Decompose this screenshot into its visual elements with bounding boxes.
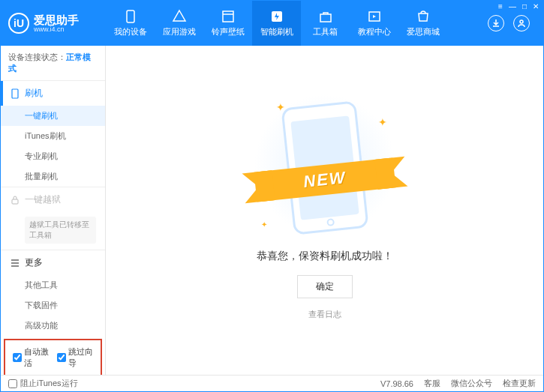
header-actions (488, 15, 536, 31)
sidebar-section-more: 更多 其他工具 下载固件 高级功能 (1, 250, 105, 336)
sidebar-item-pro[interactable]: 专业刷机 (1, 146, 105, 166)
main-nav: 我的设备应用游戏铃声壁纸智能刷机工具箱教程中心爱思商城 (106, 1, 488, 46)
svg-rect-3 (320, 14, 331, 22)
logo-icon: iU (8, 13, 29, 34)
device-status: 设备连接状态：正常模式 (1, 46, 105, 81)
close-icon[interactable]: ✕ (533, 2, 539, 10)
store-icon (416, 9, 431, 24)
sidebar-item-itunes[interactable]: iTunes刷机 (1, 126, 105, 146)
main-content: ✦ ✦ ✦ NEW 恭喜您，保资料刷机成功啦！ 确定 查看日志 (106, 46, 543, 375)
app-url: www.i4.cn (34, 25, 79, 33)
success-illustration: ✦ ✦ ✦ NEW (269, 101, 381, 236)
sparkle-icon: ✦ (378, 116, 387, 128)
svg-rect-1 (223, 11, 233, 22)
sidebar: 设备连接状态：正常模式 刷机 一键刷机 iTunes刷机 专业刷机 批量刷机 一… (1, 46, 106, 375)
download-icon[interactable] (488, 15, 504, 31)
sidebar-item-oneclick[interactable]: 一键刷机 (1, 106, 105, 126)
nav-label: 工具箱 (313, 26, 338, 37)
sidebar-head-jailbreak: 一键越狱 (1, 187, 105, 212)
sidebar-head-more[interactable]: 更多 (1, 250, 105, 275)
sparkle-icon: ✦ (261, 220, 267, 229)
checkbox-input[interactable] (13, 353, 22, 362)
nav-label: 爱思商城 (407, 26, 440, 37)
support-link[interactable]: 客服 (424, 378, 440, 389)
apps-icon (172, 9, 187, 24)
nav-tutorial[interactable]: 教程中心 (350, 1, 398, 46)
nav-apps[interactable]: 应用游戏 (155, 1, 203, 46)
ok-button[interactable]: 确定 (297, 275, 353, 298)
sidebar-section-jailbreak: 一键越狱 越狱工具已转移至工具箱 (1, 187, 105, 250)
window-controls: ≡ — □ ✕ (498, 2, 539, 10)
minimize-icon[interactable]: — (509, 2, 516, 10)
checkbox-input[interactable] (8, 379, 17, 388)
nav-flash[interactable]: 智能刷机 (252, 1, 301, 46)
app-name: 爱思助手 (34, 14, 79, 25)
sidebar-head-label: 更多 (25, 256, 43, 269)
checkbox-input[interactable] (57, 353, 66, 362)
sidebar-item-batch[interactable]: 批量刷机 (1, 166, 105, 187)
sidebar-item-download[interactable]: 下载固件 (1, 295, 105, 316)
svg-rect-0 (127, 10, 134, 22)
block-itunes-checkbox[interactable]: 阻止iTunes运行 (8, 378, 78, 389)
checkbox-auto-activate[interactable]: 自动激活 (13, 346, 50, 369)
wechat-link[interactable]: 微信公众号 (451, 378, 492, 389)
svg-rect-7 (12, 199, 18, 204)
sidebar-section-flash: 刷机 一键刷机 iTunes刷机 专业刷机 批量刷机 (1, 81, 105, 187)
sidebar-item-other[interactable]: 其他工具 (1, 275, 105, 295)
wallpaper-icon (221, 9, 236, 24)
phone-icon (10, 88, 20, 99)
lock-icon (10, 196, 20, 205)
flash-icon (269, 9, 284, 24)
toolbox-icon (318, 9, 333, 24)
nav-phone[interactable]: 我的设备 (106, 1, 155, 46)
nav-wallpaper[interactable]: 铃声壁纸 (203, 1, 252, 46)
svg-point-5 (520, 20, 523, 23)
sidebar-head-flash[interactable]: 刷机 (1, 81, 105, 106)
jailbreak-note: 越狱工具已转移至工具箱 (25, 217, 96, 244)
checkbox-label: 阻止iTunes运行 (20, 378, 78, 389)
ribbon-text: NEW (302, 168, 347, 192)
status-label: 设备连接状态： (8, 52, 66, 61)
menu-icon[interactable]: ≡ (498, 2, 503, 10)
nav-label: 我的设备 (114, 26, 147, 37)
nav-toolbox[interactable]: 工具箱 (301, 1, 350, 46)
sidebar-head-label: 刷机 (25, 87, 43, 100)
header: iU 爱思助手 www.i4.cn 我的设备应用游戏铃声壁纸智能刷机工具箱教程中… (1, 1, 543, 46)
phone-icon (123, 9, 138, 24)
checkbox-label: 跳过向导 (68, 346, 94, 369)
logo[interactable]: iU 爱思助手 www.i4.cn (8, 13, 106, 34)
maximize-icon[interactable]: □ (522, 2, 527, 10)
view-log-link[interactable]: 查看日志 (308, 309, 341, 320)
list-icon (10, 259, 20, 267)
nav-label: 智能刷机 (260, 26, 293, 37)
version-label: V7.98.66 (380, 379, 413, 388)
checkbox-skip-guide[interactable]: 跳过向导 (57, 346, 94, 369)
sidebar-item-advanced[interactable]: 高级功能 (1, 316, 105, 336)
checkbox-label: 自动激活 (24, 346, 50, 369)
nav-store[interactable]: 爱思商城 (398, 1, 447, 46)
nav-label: 教程中心 (358, 26, 391, 37)
user-icon[interactable] (513, 15, 530, 31)
nav-label: 铃声壁纸 (212, 26, 245, 37)
footer: 阻止iTunes运行 V7.98.66 客服 微信公众号 检查更新 (1, 375, 543, 391)
success-message: 恭喜您，保资料刷机成功啦！ (257, 250, 393, 263)
tutorial-icon (367, 9, 382, 24)
nav-label: 应用游戏 (163, 26, 196, 37)
update-link[interactable]: 检查更新 (503, 378, 536, 389)
options-highlight: 自动激活 跳过向导 (4, 339, 102, 375)
sidebar-head-label: 一键越狱 (25, 193, 61, 206)
svg-rect-6 (12, 89, 18, 98)
